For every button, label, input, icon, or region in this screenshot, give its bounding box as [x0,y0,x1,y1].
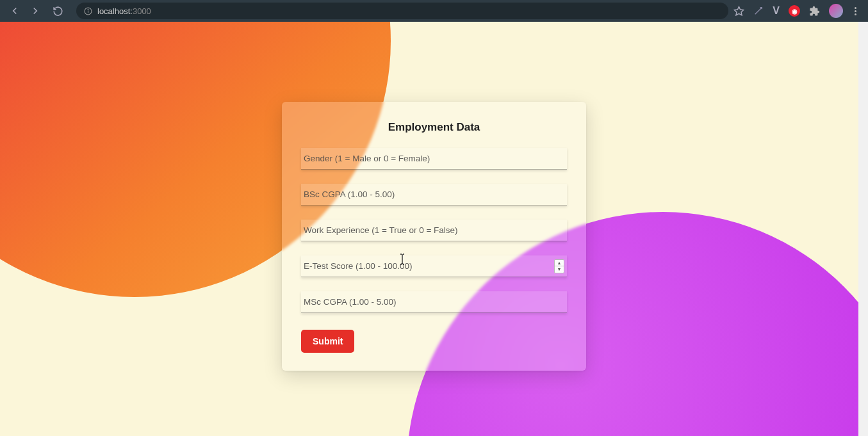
field-bsc-cgpa [301,184,567,206]
input-wrap: ▲ ▼ [301,255,567,277]
field-gender [301,148,567,170]
input-wrap [301,184,567,206]
reload-button[interactable] [53,6,63,17]
back-button[interactable] [9,5,20,17]
input-wrap [301,220,567,241]
field-msc-cgpa [301,291,567,313]
page-content: Employment Data ▲ ▼ [0,22,868,436]
chrome-right: V ◉ [733,4,863,18]
url-port: 3000 [133,6,151,16]
field-etest-score: ▲ ▼ [301,255,567,277]
stepper-up-icon[interactable]: ▲ [555,260,564,267]
bsc-cgpa-input[interactable] [304,186,564,203]
input-wrap [301,291,567,313]
employment-form-card: Employment Data ▲ ▼ [282,102,586,371]
submit-button[interactable]: Submit [301,330,354,353]
url-text: localhost:3000 [97,6,151,16]
bookmark-star-icon[interactable] [733,6,744,17]
svg-point-2 [88,9,88,10]
info-icon [84,7,92,15]
profile-avatar[interactable] [829,4,843,18]
extension-v-icon[interactable]: V [773,5,780,17]
forward-button[interactable] [29,5,41,17]
more-menu-icon[interactable] [852,7,859,15]
msc-cgpa-input[interactable] [304,293,564,311]
scrollbar[interactable] [858,22,868,436]
browser-toolbar: localhost:3000 V ◉ [0,0,868,22]
form-title: Employment Data [301,121,567,134]
svg-marker-3 [735,6,744,15]
address-bar[interactable]: localhost:3000 [76,3,728,19]
number-stepper[interactable]: ▲ ▼ [554,259,564,273]
stepper-down-icon[interactable]: ▼ [555,266,564,273]
url-host: localhost: [97,6,133,16]
extension-icon-1[interactable] [753,6,764,16]
input-wrap [301,148,567,170]
work-experience-input[interactable] [304,222,564,239]
extensions-icon[interactable] [809,6,820,17]
gender-input[interactable] [304,150,564,167]
nav-buttons [5,5,67,17]
field-work-experience [301,220,567,241]
extension-badge-icon[interactable]: ◉ [789,5,800,17]
etest-score-input[interactable] [304,257,554,275]
